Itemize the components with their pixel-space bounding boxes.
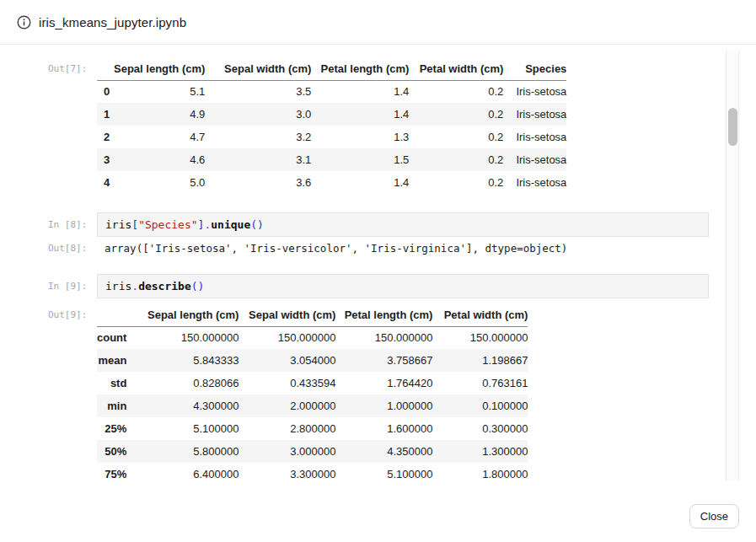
row-index: 0 [97, 80, 114, 103]
table-row: 24.73.21.30.2Iris-setosa [97, 126, 566, 148]
table-row: 25%5.1000002.8000001.6000000.300000 [97, 417, 528, 440]
table-cell: 1.764420 [335, 372, 432, 394]
code-token: ( [250, 218, 257, 231]
table-cell: 3.2 [205, 126, 311, 148]
table-cell: 3.054000 [239, 349, 335, 372]
column-header: Sepal width (cm) [205, 57, 311, 80]
row-index: 1 [97, 103, 114, 126]
table-cell: 1.3 [311, 126, 409, 148]
table-row: 50%5.8000003.0000004.3500001.300000 [97, 440, 528, 463]
row-index: mean [97, 349, 126, 372]
table-cell: Iris-setosa [503, 126, 566, 148]
table-cell: 0.2 [409, 126, 503, 148]
scrollbar-track[interactable] [726, 51, 739, 480]
column-header: Sepal length (cm) [114, 57, 205, 80]
code-token: ) [198, 280, 205, 292]
table-header-row: Sepal length (cm)Sepal width (cm)Petal l… [97, 57, 566, 80]
table-cell: 1.4 [311, 80, 409, 103]
code-token: unique [211, 218, 250, 231]
table-cell: 0.2 [409, 148, 503, 171]
table-cell: 1.800000 [432, 463, 528, 480]
row-index: 25% [97, 417, 126, 440]
table-cell: 3.1 [205, 148, 311, 171]
table-cell: 0.2 [409, 171, 503, 194]
table-cell: 1.4 [311, 103, 409, 126]
table-row: 75%6.4000003.3000005.1000001.800000 [97, 463, 528, 480]
table-cell: 4.6 [114, 148, 205, 171]
code-token: [ [131, 218, 138, 231]
table-cell: 0.433594 [239, 372, 335, 394]
info-icon [17, 15, 31, 30]
output-table: Sepal length (cm)Sepal width (cm)Petal l… [97, 57, 566, 194]
table-cell: 1.5 [311, 148, 409, 171]
table-cell: 3.6 [205, 171, 311, 194]
table-row: count150.000000150.000000150.000000150.0… [97, 326, 528, 349]
table-cell: Iris-setosa [503, 148, 566, 171]
row-index: 4 [97, 171, 114, 194]
column-header: Petal width (cm) [432, 303, 528, 326]
code-token: iris [105, 218, 131, 231]
cell-prompt: Out[9]: [48, 309, 87, 320]
table-row: 05.13.51.40.2Iris-setosa [97, 80, 566, 103]
table-cell: 4.300000 [126, 394, 239, 417]
table-cell: 5.800000 [126, 440, 239, 463]
table-cell: 2.800000 [239, 417, 335, 440]
table-cell: 0.763161 [432, 372, 528, 394]
table-cell: 150.000000 [335, 326, 432, 349]
code-token: . [131, 280, 138, 292]
column-header: Sepal length (cm) [126, 303, 239, 326]
row-index: 50% [97, 440, 126, 463]
table-cell: 3.0 [205, 103, 311, 126]
table-cell: 6.400000 [126, 463, 239, 480]
table-cell: Iris-setosa [503, 103, 566, 126]
table-row: mean5.8433333.0540003.7586671.198667 [97, 349, 528, 372]
code-token: "Species" [138, 218, 197, 231]
table-cell: 4.350000 [335, 440, 432, 463]
table-cell: 150.000000 [126, 326, 239, 349]
table-cell: 3.5 [205, 80, 311, 103]
table-cell: 4.7 [114, 126, 205, 148]
row-index: 3 [97, 148, 114, 171]
cell-prompt: Out[7]: [48, 63, 87, 74]
table-cell: 0.828066 [126, 372, 239, 394]
table-cell: 5.1 [114, 80, 205, 103]
table-cell: 1.600000 [335, 417, 432, 440]
row-index: 2 [97, 126, 114, 148]
table-cell: 0.2 [409, 103, 503, 126]
cell-prompt: Out[8]: [48, 243, 87, 254]
row-index: std [97, 372, 126, 394]
table-cell: 5.0 [114, 171, 205, 194]
table-cell: 0.2 [409, 80, 503, 103]
table-cell: 1.000000 [335, 394, 432, 417]
table-cell: Iris-setosa [503, 80, 566, 103]
table-cell: 0.100000 [432, 394, 528, 417]
row-index: 75% [97, 463, 126, 480]
table-row: std0.8280660.4335941.7644200.763161 [97, 372, 528, 394]
column-header [97, 57, 114, 80]
table-cell: 5.843333 [126, 349, 239, 372]
table-cell: Iris-setosa [503, 171, 566, 194]
table-cell: 3.300000 [239, 463, 335, 480]
table-cell: 2.000000 [239, 394, 335, 417]
code-token: ) [257, 218, 264, 231]
column-header: Petal width (cm) [409, 57, 503, 80]
modal-header: iris_kmeans_jupyter.ipynb [0, 0, 756, 45]
table-header-row: Sepal length (cm)Sepal width (cm)Petal l… [97, 303, 528, 326]
code-cell: iris["Species"].unique() [97, 212, 709, 237]
table-cell: 1.300000 [432, 440, 528, 463]
column-header: Species [503, 57, 566, 80]
table-cell: 150.000000 [239, 326, 335, 349]
notebook-content[interactable]: Out[7]:Sepal length (cm)Sepal width (cm)… [0, 51, 725, 480]
table-cell: 3.758667 [335, 349, 432, 372]
table-cell: 4.9 [114, 103, 205, 126]
scrollbar-thumb[interactable] [728, 108, 737, 146]
table-row: 14.93.01.40.2Iris-setosa [97, 103, 566, 126]
table-row: 45.03.61.40.2Iris-setosa [97, 171, 566, 194]
column-header: Petal length (cm) [311, 57, 409, 80]
close-button[interactable]: Close [689, 504, 739, 529]
code-token: ( [191, 280, 198, 292]
table-cell: 1.4 [311, 171, 409, 194]
file-title: iris_kmeans_jupyter.ipynb [39, 15, 186, 30]
table-cell: 150.000000 [432, 326, 528, 349]
cell-prompt: In [9]: [48, 281, 87, 292]
